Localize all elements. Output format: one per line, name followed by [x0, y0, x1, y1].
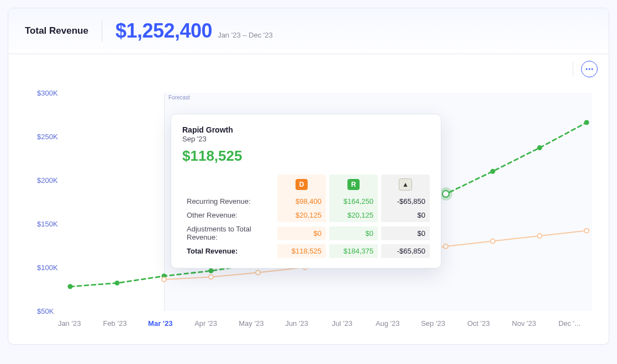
series-point[interactable]	[537, 234, 542, 238]
tooltip-date: Sep '23	[182, 135, 430, 143]
svg-point-0	[586, 68, 588, 70]
chart-tooltip: Rapid Growth Sep '23 $118,525 D R ▲ Recu…	[171, 114, 441, 268]
x-tick[interactable]: Jun '23	[274, 319, 319, 328]
tooltip-cell: $184,375	[329, 244, 378, 258]
x-tick[interactable]: Dec '...	[547, 319, 592, 328]
tooltip-row-label: Other Revenue:	[182, 208, 274, 222]
badge-a-icon: ▲	[399, 178, 412, 191]
more-icon	[586, 68, 593, 70]
plot-area[interactable]: $50K$100K$150K$200K$250K$300KForecast Ra…	[37, 93, 592, 311]
series-point[interactable]	[537, 145, 542, 150]
series-point[interactable]	[584, 229, 589, 233]
svg-point-1	[589, 68, 590, 70]
tooltip-cell: $0	[329, 226, 378, 240]
x-tick[interactable]: Mar '23	[138, 319, 183, 328]
tooltip-row-label: Adjustments to Total Revenue:	[182, 222, 274, 244]
date-range: Jan '23 – Dec '23	[218, 31, 273, 43]
tooltip-col-header: D	[277, 175, 326, 194]
series-point[interactable]	[256, 270, 260, 275]
tooltip-cell: $20,125	[329, 208, 378, 222]
series-point[interactable]	[491, 239, 495, 244]
revenue-card: Total Revenue $1,252,400 Jan '23 – Dec '…	[8, 8, 609, 345]
x-tick[interactable]: Jan '23	[47, 319, 92, 328]
card-header: Total Revenue $1,252,400 Jan '23 – Dec '…	[8, 8, 609, 54]
tooltip-col-header: R	[329, 175, 378, 194]
series-point[interactable]	[162, 277, 166, 282]
x-axis: Jan '23Feb '23Mar '23Apr '23May '23Jun '…	[37, 319, 592, 328]
x-tick[interactable]: Apr '23	[183, 319, 228, 328]
series-point[interactable]	[115, 281, 120, 286]
x-tick[interactable]: Oct '23	[456, 319, 501, 328]
x-tick[interactable]: Feb '23	[92, 319, 138, 328]
tooltip-cell: $98,400	[277, 194, 326, 208]
tooltip-cell: -$65,850	[381, 194, 430, 208]
tooltip-cell: $118,525	[277, 244, 326, 258]
card-title: Total Revenue	[25, 25, 102, 36]
svg-point-2	[592, 68, 593, 70]
x-tick[interactable]: Aug '23	[365, 319, 410, 328]
tooltip-cell: $164,250	[329, 194, 378, 208]
tooltip-scenario: Rapid Growth	[182, 125, 430, 134]
header-separator	[102, 20, 102, 41]
tooltip-table: D R ▲ Recurring Revenue: $98,400 $164,25…	[182, 175, 430, 258]
tooltip-cell: -$65,850	[381, 244, 430, 258]
series-point[interactable]	[491, 169, 495, 174]
tooltip-cell: $0	[381, 208, 430, 222]
x-tick[interactable]: Jul '23	[319, 319, 365, 328]
series-point[interactable]	[584, 120, 589, 125]
total-revenue-amount: $1,252,400	[115, 19, 212, 43]
tooltip-col-header: ▲	[381, 175, 430, 194]
badge-r: R	[347, 179, 360, 190]
chart-area: $50K$100K$150K$200K$250K$300KForecast Ra…	[8, 54, 609, 344]
series-point[interactable]	[209, 275, 213, 279]
more-button[interactable]	[581, 61, 598, 77]
series-point[interactable]	[444, 244, 448, 249]
x-tick[interactable]: Nov '23	[501, 319, 546, 328]
highlight-marker-dot	[442, 190, 450, 198]
tooltip-row-label: Recurring Revenue:	[182, 194, 274, 208]
x-tick[interactable]: May '23	[229, 319, 274, 328]
tooltip-cell: $0	[277, 226, 326, 240]
toolbar-separator	[573, 62, 573, 76]
x-tick[interactable]: Sep '23	[410, 319, 456, 328]
badge-d: D	[296, 179, 308, 190]
tooltip-row-label: Total Revenue:	[182, 244, 274, 258]
tooltip-cell: $0	[381, 226, 430, 240]
chart-toolbar	[573, 61, 598, 77]
tooltip-amount: $118,525	[182, 147, 430, 165]
series-point[interactable]	[209, 268, 214, 273]
series-point[interactable]	[68, 284, 73, 289]
tooltip-cell: $20,125	[277, 208, 326, 222]
